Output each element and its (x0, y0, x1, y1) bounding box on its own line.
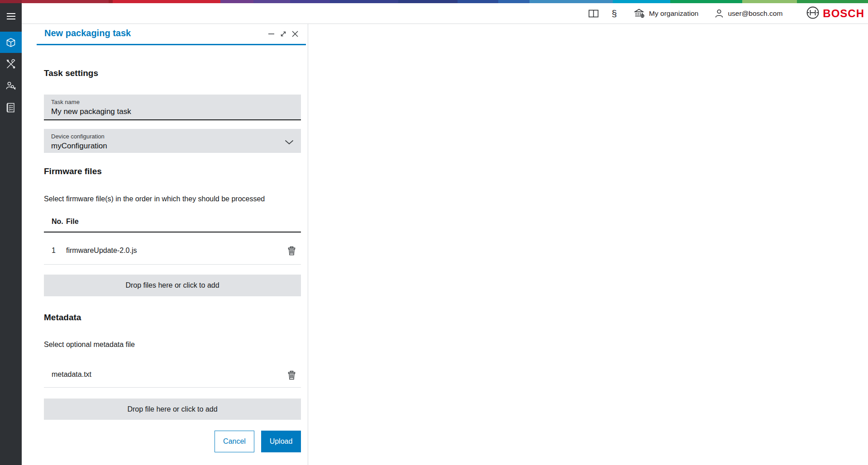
sidebar-item-reports[interactable] (0, 97, 22, 118)
user-email: user@bosch.com (728, 9, 782, 18)
close-icon[interactable] (291, 30, 299, 38)
sidebar-item-packaging-tasks[interactable] (0, 32, 22, 53)
metadata-description: Select optional metadata file (44, 341, 301, 349)
upload-button[interactable]: Upload (261, 431, 301, 452)
app-header: § My organization user@bosch.com (22, 3, 868, 24)
main-content-area (309, 24, 868, 465)
sidebar-item-tools[interactable] (0, 53, 22, 75)
sidebar (0, 3, 22, 465)
task-name-label: Task name (51, 99, 294, 105)
delete-firmware-file-button[interactable] (286, 245, 297, 256)
bosch-logo-mark-icon (806, 6, 820, 21)
firmware-table-header: No. File (44, 218, 301, 226)
firmware-table-header-rule (44, 232, 301, 232)
task-settings-heading: Task settings (44, 68, 301, 78)
dialog-title-underline (37, 44, 306, 45)
firmware-file-no: 1 (44, 247, 66, 255)
device-configuration-select[interactable]: Device configuration myConfiguration (44, 129, 301, 153)
cancel-button[interactable]: Cancel (215, 431, 254, 452)
metadata-file-name: metadata.txt (52, 370, 91, 379)
user-icon (715, 9, 724, 18)
task-name-field[interactable]: Task name My new packaging task (44, 95, 301, 120)
new-packaging-task-dialog: New packaging task Task settings Task na… (22, 24, 308, 465)
minimize-icon[interactable] (267, 30, 275, 38)
dialog-window-controls (267, 30, 299, 38)
open-book-icon[interactable] (588, 9, 599, 18)
task-name-value: My new packaging task (51, 107, 294, 116)
metadata-dropzone[interactable]: Drop file here or click to add (44, 399, 301, 420)
firmware-file-name: firmwareUpdate-2.0.js (66, 247, 137, 255)
user-access-keys-icon (5, 81, 16, 91)
chevron-down-icon (285, 138, 294, 147)
bosch-wordmark: BOSCH (823, 7, 864, 20)
package-cube-icon (5, 37, 16, 48)
organization-bank-icon (634, 8, 645, 19)
column-no: No. (44, 218, 66, 226)
metadata-row-divider (44, 387, 301, 388)
tools-icon (5, 59, 16, 70)
firmware-files-heading: Firmware files (44, 166, 301, 176)
bosch-supergraphic-strip (0, 0, 868, 3)
user-menu[interactable]: user@bosch.com (715, 9, 782, 18)
device-configuration-value: myConfiguration (51, 142, 294, 151)
firmware-row-divider (44, 264, 301, 265)
dialog-actions: Cancel Upload (44, 431, 301, 452)
organization-label: My organization (649, 9, 698, 18)
delete-metadata-file-button[interactable] (286, 370, 297, 380)
firmware-dropzone[interactable]: Drop files here or click to add (44, 275, 301, 296)
legal-section-sign[interactable]: § (611, 8, 617, 19)
metadata-file-row: metadata.txt (44, 368, 301, 381)
sidebar-item-user-access[interactable] (0, 75, 22, 96)
bosch-logo: BOSCH (806, 6, 864, 21)
hamburger-menu-icon[interactable] (0, 8, 22, 25)
checklist-document-icon (6, 102, 16, 113)
dialog-title: New packaging task (44, 28, 131, 38)
metadata-heading: Metadata (44, 313, 301, 323)
organization-menu[interactable]: My organization (634, 8, 698, 19)
firmware-description: Select firmware file(s) in the order in … (44, 195, 301, 203)
resize-icon[interactable] (279, 30, 287, 38)
column-file: File (66, 218, 79, 226)
device-configuration-label: Device configuration (51, 133, 294, 140)
firmware-file-row: 1 firmwareUpdate-2.0.js (44, 244, 301, 257)
